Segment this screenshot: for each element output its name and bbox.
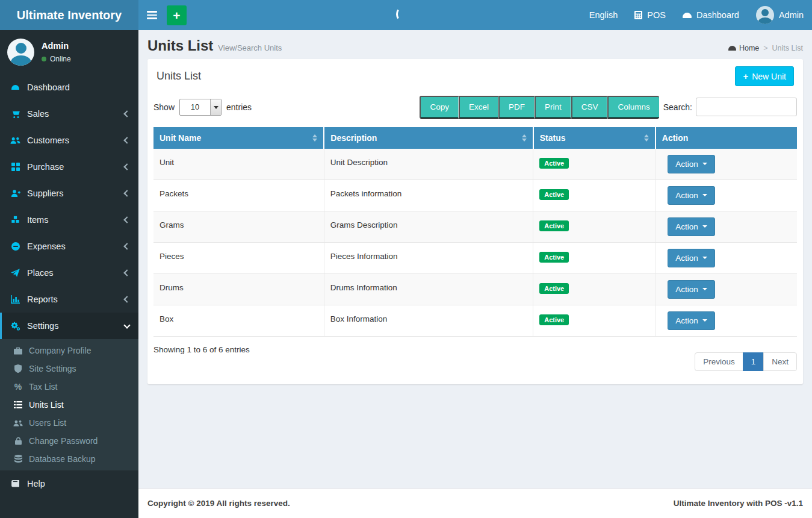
table-toolbar: Show 10 entries Copy Excel PDF Print CSV…: [147, 90, 803, 126]
action-dropdown-button[interactable]: Action: [668, 280, 715, 299]
sidebar-item-reports[interactable]: Reports: [0, 286, 138, 313]
status-cell: Active: [533, 179, 655, 211]
table-row: Pieces Pieces Information Active Action: [153, 242, 797, 273]
select-arrow-icon: [210, 99, 221, 115]
chevron-left-icon: [125, 164, 129, 169]
action-cell: Action: [655, 273, 797, 305]
user-plus-icon: [10, 189, 21, 198]
sidebar-item-company-profile[interactable]: Company Profile: [0, 342, 138, 360]
sidebar-toggle-icon[interactable]: [138, 0, 165, 30]
sidebar-item-database-backup[interactable]: Database Backup: [0, 450, 138, 468]
action-dropdown-button[interactable]: Action: [668, 217, 715, 236]
action-cell: Action: [655, 211, 797, 242]
sidebar-item-suppliers[interactable]: Suppliers: [0, 180, 138, 207]
nav-user-menu[interactable]: Admin: [748, 0, 812, 30]
sidebar-item-items[interactable]: Items: [0, 207, 138, 233]
nav-dashboard[interactable]: Dashboard: [674, 0, 748, 30]
excel-button[interactable]: Excel: [459, 96, 498, 119]
home-icon: [728, 46, 736, 51]
brand-title: Ultimate Inventory: [17, 8, 122, 22]
status-badge: Active: [539, 189, 569, 200]
sidebar-item-expenses[interactable]: Expenses: [0, 233, 138, 260]
breadcrumb-separator: >: [763, 44, 767, 52]
table-footer: Showing 1 to 6 of 6 entries Previous 1 N…: [147, 337, 803, 384]
table-row: Drums Drums Information Active Action: [153, 273, 797, 305]
caret-down-icon: [702, 163, 707, 167]
sidebar-item-units-list[interactable]: Units List: [0, 396, 138, 414]
top-navbar: + English POS Dashboard Admin: [138, 0, 812, 30]
database-icon: [13, 455, 23, 463]
unit-name-cell: Box: [153, 305, 324, 336]
plus-icon: +: [743, 71, 748, 81]
sidebar-item-help[interactable]: Help: [0, 470, 138, 497]
chevron-left-icon: [125, 191, 129, 196]
pagination-next[interactable]: Next: [763, 352, 797, 371]
sidebar-item-dashboard[interactable]: Dashboard: [0, 74, 138, 101]
percent-icon: %: [13, 382, 23, 391]
units-list-panel: Units List + New Unit Show 10 entries Co…: [147, 59, 803, 384]
quick-add-button[interactable]: +: [167, 5, 187, 25]
page-size-select[interactable]: 10: [179, 99, 222, 116]
tachometer-icon: [10, 85, 21, 90]
column-header-unit-name[interactable]: Unit Name: [153, 127, 324, 149]
print-button[interactable]: Print: [535, 96, 571, 119]
nav-language[interactable]: English: [581, 0, 627, 30]
search-input[interactable]: [696, 98, 797, 116]
avatar: [756, 6, 774, 24]
sort-icon: [522, 132, 527, 144]
user-name: Admin: [42, 41, 71, 51]
sidebar: Admin Online Dashboard Sales Customers: [0, 30, 138, 518]
action-dropdown-button[interactable]: Action: [668, 249, 715, 267]
chevron-down-icon: [125, 325, 129, 328]
sidebar-user-panel: Admin Online: [0, 30, 138, 72]
lock-icon: [13, 437, 23, 445]
columns-button[interactable]: Columns: [607, 96, 659, 119]
pagination-page-1[interactable]: 1: [743, 352, 764, 371]
settings-submenu: Company Profile Site Settings % Tax List…: [0, 339, 138, 470]
column-header-status[interactable]: Status: [533, 127, 655, 149]
sidebar-item-customers[interactable]: Customers: [0, 127, 138, 154]
column-header-description[interactable]: Description: [324, 127, 533, 149]
copy-button[interactable]: Copy: [420, 96, 459, 119]
page-title: Units List: [147, 37, 213, 54]
sidebar-item-sales[interactable]: Sales: [0, 101, 138, 127]
sort-icon: [312, 132, 317, 144]
app-brand[interactable]: Ultimate Inventory: [0, 0, 138, 30]
breadcrumb-home[interactable]: Home: [728, 44, 759, 52]
nav-pos[interactable]: POS: [626, 0, 674, 30]
copyright-text: Copyright © 2019 All rights reserved.: [147, 499, 290, 508]
action-cell: Action: [655, 305, 797, 336]
sidebar-item-tax-list[interactable]: % Tax List: [0, 378, 138, 396]
page-size-group: Show 10 entries: [153, 99, 252, 116]
page-subtitle: View/Search Units: [218, 43, 282, 52]
unit-name-cell: Drums: [153, 273, 324, 305]
new-unit-button[interactable]: + New Unit: [735, 66, 794, 86]
sidebar-item-site-settings[interactable]: Site Settings: [0, 360, 138, 378]
action-dropdown-button[interactable]: Action: [668, 186, 715, 205]
status-cell: Active: [533, 305, 655, 336]
breadcrumb-current: Units List: [772, 44, 803, 52]
pagination-previous[interactable]: Previous: [695, 352, 743, 371]
sidebar-item-settings[interactable]: Settings: [0, 313, 138, 339]
sidebar-item-change-password[interactable]: Change Password: [0, 432, 138, 450]
sidebar-item-places[interactable]: Places: [0, 260, 138, 286]
list-icon: [13, 401, 23, 408]
shield-icon: [13, 364, 23, 373]
action-dropdown-button[interactable]: Action: [668, 155, 715, 173]
csv-button[interactable]: CSV: [571, 96, 608, 119]
description-cell: Unit Description: [324, 149, 533, 180]
user-status[interactable]: Online: [42, 55, 71, 63]
unit-name-cell: Unit: [153, 149, 324, 180]
sidebar-item-users-list[interactable]: Users List: [0, 414, 138, 432]
status-cell: Active: [533, 211, 655, 242]
caret-down-icon: [702, 288, 707, 293]
sidebar-item-purchase[interactable]: Purchase: [0, 154, 138, 180]
minus-circle-icon: [10, 242, 21, 251]
status-badge: Active: [539, 158, 569, 169]
pdf-button[interactable]: PDF: [498, 96, 535, 119]
panel-header: Units List + New Unit: [147, 59, 803, 90]
units-table: Unit Name Description Status Action: [153, 127, 797, 337]
action-cell: Action: [655, 242, 797, 273]
action-dropdown-button[interactable]: Action: [668, 311, 715, 330]
sidebar-menu: Dashboard Sales Customers Purchase: [0, 74, 138, 497]
